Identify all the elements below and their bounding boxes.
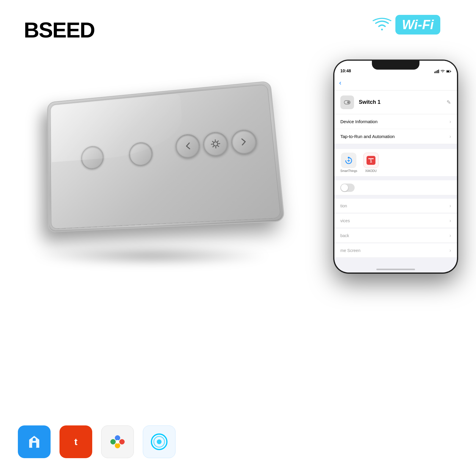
phone-notch bbox=[372, 61, 419, 70]
svg-rect-11 bbox=[437, 70, 438, 73]
menu-item-device-info[interactable]: Device Information › bbox=[334, 114, 457, 129]
alexa-icon-svg bbox=[149, 431, 170, 452]
toggle-row[interactable] bbox=[334, 180, 457, 195]
section-divider-2 bbox=[334, 177, 457, 180]
svg-rect-15 bbox=[447, 71, 449, 72]
svg-point-0 bbox=[213, 142, 218, 146]
svg-point-31 bbox=[116, 440, 119, 444]
chevron-icon-5: › bbox=[450, 233, 451, 238]
back-button[interactable]: ‹ bbox=[339, 79, 341, 87]
wifi-badge: Wi-Fi bbox=[372, 15, 440, 35]
svg-point-30 bbox=[110, 439, 116, 444]
alexa-app-icon bbox=[143, 425, 176, 458]
signal-icon bbox=[434, 70, 439, 73]
device-header: Switch 1 ✎ bbox=[334, 90, 457, 114]
switch-drop-shadow bbox=[33, 247, 271, 265]
svg-line-5 bbox=[212, 141, 213, 142]
tuya-app-icon: t bbox=[60, 425, 92, 458]
chevron-icon-3: › bbox=[450, 203, 451, 209]
phone-body: 10:48 bbox=[333, 60, 458, 274]
svg-line-7 bbox=[217, 141, 218, 142]
svg-point-28 bbox=[119, 439, 125, 444]
phone-screen: 10:48 bbox=[334, 61, 457, 273]
truncated-text-2: vices bbox=[340, 218, 350, 223]
svg-point-17 bbox=[347, 101, 350, 104]
status-time: 10:48 bbox=[340, 68, 351, 73]
nav-bar[interactable]: ‹ bbox=[334, 76, 457, 90]
menu-item-truncated-3[interactable]: back › bbox=[334, 228, 457, 243]
brand-logo: BSEED bbox=[24, 18, 95, 42]
google-assistant-app-icon bbox=[101, 425, 134, 458]
phone-mockup: 10:48 bbox=[333, 60, 458, 274]
chevron-icon-4: › bbox=[450, 218, 451, 223]
google-icon-svg bbox=[107, 431, 128, 452]
integrations-row: SmartThings 1 XIAODU bbox=[334, 149, 457, 176]
wifi-status-icon bbox=[440, 70, 445, 73]
tuya-icon-svg: t bbox=[65, 431, 86, 452]
dimmer-down-button bbox=[175, 133, 201, 159]
switch-icon bbox=[343, 98, 351, 107]
xiaodu-icon: 1 bbox=[365, 155, 377, 166]
svg-rect-24 bbox=[368, 158, 374, 159]
menu-item-text-device-info: Device Information bbox=[340, 119, 450, 124]
svg-line-6 bbox=[218, 146, 219, 147]
section-divider-3 bbox=[334, 195, 457, 199]
edit-icon[interactable]: ✎ bbox=[447, 99, 451, 106]
dimmer-up-button bbox=[231, 129, 258, 155]
menu-section-1: Device Information › Tap-to-Run and Auto… bbox=[334, 114, 457, 144]
compatibility-icons: t bbox=[18, 425, 176, 458]
svg-rect-12 bbox=[438, 70, 439, 73]
svg-text:t: t bbox=[74, 436, 78, 447]
svg-point-19 bbox=[348, 157, 350, 159]
smartthings-label: SmartThings bbox=[340, 169, 357, 173]
menu-item-automation[interactable]: Tap-to-Run and Automation › bbox=[334, 129, 457, 144]
truncated-text-4: me Screen bbox=[340, 248, 361, 253]
smartthings-icon bbox=[343, 155, 354, 166]
device-name-label: Switch 1 bbox=[359, 99, 442, 105]
smartlife-app-icon bbox=[18, 425, 51, 458]
truncated-text-1: tion bbox=[340, 203, 347, 208]
svg-text:1: 1 bbox=[370, 159, 372, 163]
svg-point-34 bbox=[157, 439, 162, 444]
menu-item-truncated-4[interactable]: me Screen › bbox=[334, 243, 457, 258]
ios-toggle-switch[interactable] bbox=[340, 184, 355, 192]
device-icon-box bbox=[340, 95, 354, 109]
wifi-label: Wi-Fi bbox=[402, 17, 434, 32]
smartlife-icon-svg bbox=[24, 431, 45, 452]
section-divider-1 bbox=[334, 145, 457, 149]
menu-item-truncated-2[interactable]: vices › bbox=[334, 214, 457, 228]
wifi-label-box: Wi-Fi bbox=[395, 15, 440, 35]
svg-rect-10 bbox=[436, 71, 437, 73]
svg-rect-14 bbox=[450, 71, 451, 72]
xiaodu-label: XIAODU bbox=[365, 169, 377, 173]
smartthings-integration[interactable]: SmartThings bbox=[340, 153, 357, 173]
chevron-icon-6: › bbox=[450, 248, 451, 253]
brightness-button bbox=[203, 131, 229, 157]
chevron-icon-1: › bbox=[450, 119, 451, 124]
svg-point-27 bbox=[115, 435, 120, 441]
dimmer-group bbox=[175, 129, 258, 159]
chevron-icon-2: › bbox=[450, 134, 451, 139]
switch-product bbox=[18, 65, 286, 274]
truncated-text-3: back bbox=[340, 233, 349, 238]
switch-glass-panel bbox=[47, 81, 285, 232]
toggle-button-1 bbox=[81, 145, 104, 170]
svg-line-8 bbox=[213, 146, 214, 147]
home-indicator bbox=[376, 269, 415, 270]
toggle-button-2 bbox=[129, 141, 153, 166]
wifi-signal-icon bbox=[372, 17, 392, 33]
battery-icon bbox=[446, 70, 451, 73]
menu-item-text-automation: Tap-to-Run and Automation bbox=[340, 134, 450, 139]
status-icons bbox=[434, 70, 451, 73]
svg-rect-9 bbox=[434, 72, 435, 73]
svg-point-29 bbox=[115, 443, 120, 448]
svg-rect-25 bbox=[32, 443, 36, 448]
xiaodu-integration[interactable]: 1 XIAODU bbox=[363, 153, 379, 173]
menu-item-truncated-1[interactable]: tion › bbox=[334, 199, 457, 213]
